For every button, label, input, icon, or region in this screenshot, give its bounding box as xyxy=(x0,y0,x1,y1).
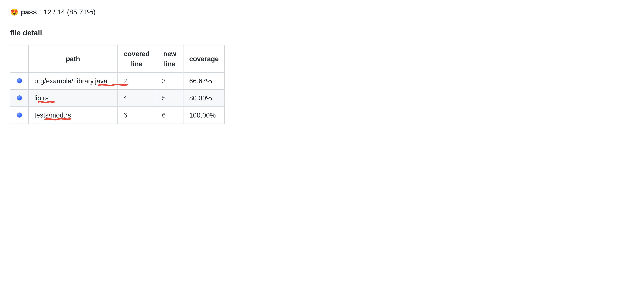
coverage-cell: 100.00% xyxy=(183,107,224,124)
covered-cell: 6 xyxy=(118,107,156,124)
newline-cell: 5 xyxy=(156,90,183,107)
status-cell xyxy=(10,90,28,107)
blue-dot-icon xyxy=(17,78,22,83)
header-status xyxy=(10,45,28,72)
path-text: lib.rs xyxy=(34,94,48,102)
path-cell: tests/mod.rs xyxy=(28,107,118,124)
table-row: lib.rs 4 5 80.00% xyxy=(10,90,224,107)
section-heading: file detail xyxy=(10,27,634,38)
path-cell: lib.rs xyxy=(28,90,118,107)
status-cell xyxy=(10,72,28,90)
path-text: org/example/Library.java xyxy=(34,77,107,85)
status-cell xyxy=(10,107,28,124)
covered-cell: 2 xyxy=(118,72,156,90)
covered-cell: 4 xyxy=(118,90,156,107)
header-coverage: coverage xyxy=(183,45,224,72)
header-covered: covered line xyxy=(118,45,156,72)
header-newline: new line xyxy=(156,45,183,72)
coverage-cell: 80.00% xyxy=(183,90,224,107)
table-row: tests/mod.rs 6 6 100.00% xyxy=(10,107,224,124)
summary-line: 😍 pass : 12 / 14 (85.71%) xyxy=(10,7,634,17)
summary-value: 12 / 14 (85.71%) xyxy=(44,7,96,17)
table-row: org/example/Library.java 2 3 66.67% xyxy=(10,72,224,90)
blue-dot-icon xyxy=(17,112,22,118)
path-text: tests/mod.rs xyxy=(34,112,71,119)
summary-colon: : xyxy=(39,7,41,17)
summary-label: pass xyxy=(21,7,37,17)
table-header-row: path covered line new line coverage xyxy=(10,45,224,72)
coverage-cell: 66.67% xyxy=(183,72,224,90)
header-path: path xyxy=(28,45,118,72)
newline-cell: 3 xyxy=(156,72,183,90)
newline-cell: 6 xyxy=(156,107,183,124)
heart-eyes-emoji-icon: 😍 xyxy=(10,7,18,17)
coverage-table: path covered line new line coverage org/… xyxy=(10,45,225,124)
blue-dot-icon xyxy=(17,96,22,100)
path-cell: org/example/Library.java xyxy=(28,72,118,90)
